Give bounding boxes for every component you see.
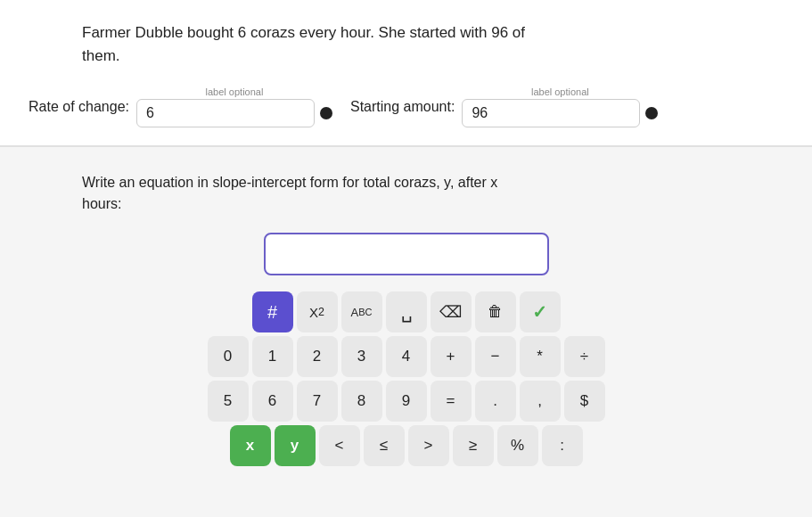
keypad-row-3: x y < ≤ > ≥ % : [230, 425, 583, 466]
keypad-row-1: 0 1 2 3 4 + − * ÷ [208, 336, 605, 377]
key-gte[interactable]: ≥ [453, 425, 494, 466]
key-lt[interactable]: < [319, 425, 360, 466]
equation-prompt: Write an equation in slope-intercept for… [82, 172, 783, 215]
keypad-row-0: # X2 ABC ␣ ⌫ 🗑 ✓ [252, 291, 561, 332]
keypad: # X2 ABC ␣ ⌫ 🗑 ✓ 0 1 2 3 4 + − * ÷ 5 6 7… [29, 291, 783, 466]
rate-input-row [136, 99, 332, 127]
problem-text: Farmer Dubble bought 6 corazs every hour… [82, 21, 783, 67]
key-dot[interactable]: . [475, 381, 516, 422]
key-y[interactable]: y [275, 425, 316, 466]
key-plus[interactable]: + [431, 336, 472, 377]
starting-optional-label: label optional [531, 86, 589, 97]
keypad-row-2: 5 6 7 8 9 = . , $ [208, 381, 605, 422]
x-squared-key[interactable]: X2 [297, 291, 338, 332]
starting-input-row [462, 99, 658, 127]
abc-key[interactable]: ABC [341, 291, 382, 332]
key-gt[interactable]: > [408, 425, 449, 466]
starting-amount-group: label optional [462, 86, 658, 127]
key-8[interactable]: 8 [341, 381, 382, 422]
key-comma[interactable]: , [520, 381, 561, 422]
rate-optional-label: label optional [206, 86, 264, 97]
key-1[interactable]: 1 [252, 336, 293, 377]
rate-of-change-label: Rate of change: [29, 99, 129, 115]
key-2[interactable]: 2 [297, 336, 338, 377]
rate-of-change-input[interactable] [136, 99, 315, 127]
key-0[interactable]: 0 [208, 336, 249, 377]
key-5[interactable]: 5 [208, 381, 249, 422]
bottom-section: Write an equation in slope-intercept for… [0, 147, 812, 517]
key-x[interactable]: x [230, 425, 271, 466]
trash-key[interactable]: 🗑 [475, 291, 516, 332]
key-6[interactable]: 6 [252, 381, 293, 422]
equation-input[interactable] [264, 233, 549, 275]
key-9[interactable]: 9 [386, 381, 427, 422]
key-minus[interactable]: − [475, 336, 516, 377]
key-3[interactable]: 3 [341, 336, 382, 377]
key-lte[interactable]: ≤ [364, 425, 405, 466]
key-7[interactable]: 7 [297, 381, 338, 422]
backspace-key[interactable]: ⌫ [431, 291, 472, 332]
key-divide[interactable]: ÷ [564, 336, 605, 377]
rate-dot [320, 107, 332, 119]
inputs-row: Rate of change: label optional Starting … [29, 86, 783, 127]
key-4[interactable]: 4 [386, 336, 427, 377]
starting-amount-label: Starting amount: [350, 99, 455, 115]
starting-amount-input[interactable] [462, 99, 640, 127]
starting-dot [645, 107, 658, 119]
key-equals[interactable]: = [431, 381, 472, 422]
check-key[interactable]: ✓ [520, 291, 561, 332]
space-key[interactable]: ␣ [386, 291, 427, 332]
equation-input-wrap [29, 233, 783, 275]
hash-key[interactable]: # [252, 291, 293, 332]
key-colon[interactable]: : [542, 425, 583, 466]
key-dollar[interactable]: $ [564, 381, 605, 422]
top-section: Farmer Dubble bought 6 corazs every hour… [0, 0, 812, 147]
key-percent[interactable]: % [497, 425, 538, 466]
rate-of-change-group: label optional [136, 86, 332, 127]
key-multiply[interactable]: * [520, 336, 561, 377]
